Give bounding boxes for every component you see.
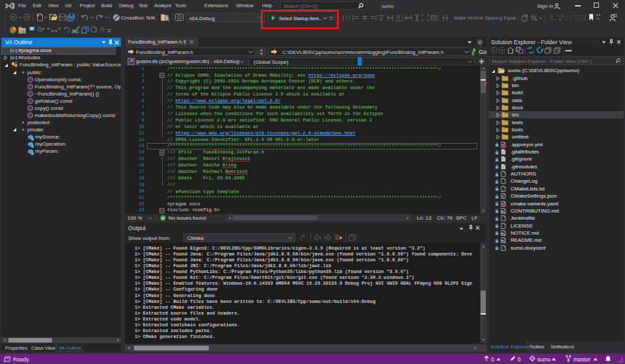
svg-text:M: M <box>501 240 504 243</box>
svg-text:!: ! <box>502 203 503 205</box>
svg-text:M: M <box>501 210 504 213</box>
svg-text:!: ! <box>502 144 503 147</box>
svg-text:{}: {} <box>501 194 504 198</box>
svg-text:M: M <box>501 232 504 235</box>
